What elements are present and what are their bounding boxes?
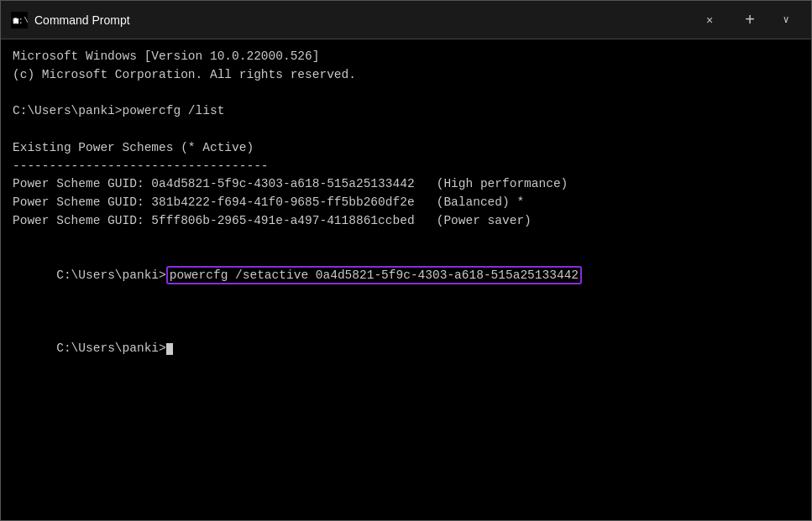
output-line-7: ----------------------------------- — [13, 158, 799, 176]
terminal-body[interactable]: Microsoft Windows [Version 10.0.22000.52… — [1, 39, 811, 520]
prompt-2: C:\Users\panki> — [56, 341, 166, 355]
output-line-2: (c) Microsoft Corporation. All rights re… — [13, 66, 799, 85]
output-line-4: C:\Users\panki>powercfg /list — [13, 102, 799, 121]
close-button[interactable]: × — [690, 5, 729, 35]
titlebar: ■ C:\ Command Prompt × + ∨ — [1, 1, 811, 39]
output-line-1: Microsoft Windows [Version 10.0.22000.52… — [13, 48, 799, 66]
empty-line-4 — [13, 304, 799, 322]
svg-text:C:\: C:\ — [13, 16, 28, 26]
empty-line-3 — [13, 231, 799, 249]
cmd-window: ■ C:\ Command Prompt × + ∨ Microsoft Win… — [0, 0, 812, 521]
window-title: Command Prompt — [34, 13, 690, 27]
output-line-9: Power Scheme GUID: 381b4222-f694-41f0-96… — [13, 194, 799, 212]
dropdown-button[interactable]: ∨ — [771, 5, 801, 35]
output-line-12: C:\Users\panki>powercfg /setactive 0a4d5… — [13, 248, 799, 303]
empty-line-1 — [13, 85, 799, 103]
cmd-icon: ■ C:\ — [11, 12, 28, 29]
output-line-14: C:\Users\panki> — [13, 321, 799, 376]
output-line-10: Power Scheme GUID: 5fff806b-2965-491e-a4… — [13, 212, 799, 231]
empty-line-2 — [13, 121, 799, 139]
highlighted-command: powercfg /setactive 0a4d5821-5f9c-4303-a… — [166, 266, 582, 284]
output-line-6: Existing Power Schemes (* Active) — [13, 139, 799, 158]
titlebar-controls: × + ∨ — [690, 5, 801, 35]
new-tab-button[interactable]: + — [731, 5, 769, 35]
output-line-8: Power Scheme GUID: 0a4d5821-5f9c-4303-a6… — [13, 175, 799, 194]
cursor — [166, 343, 173, 356]
prompt-1: C:\Users\panki> — [56, 268, 166, 282]
